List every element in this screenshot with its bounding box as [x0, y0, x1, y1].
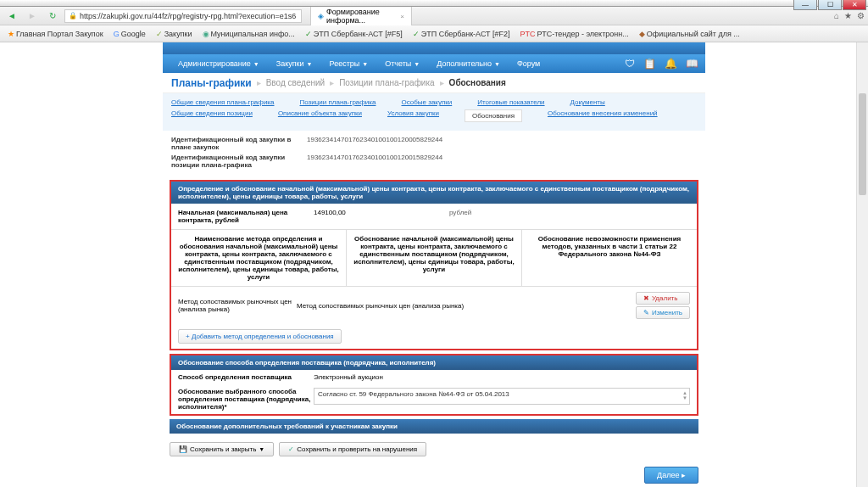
bookmark-item[interactable]: ★Главная Портал Закупок — [3, 29, 108, 39]
price-label: Начальная (максимальная) цена контракта,… — [178, 209, 314, 224]
window-minimize[interactable]: — — [793, 0, 817, 10]
section-header-additional: Обоснование дополнительных требований к … — [170, 419, 698, 434]
bookmark-item[interactable]: ◆Официальный сайт для ... — [635, 29, 744, 39]
main-nav: Администрирование▼ Закупки▼ Реестры▼ Отч… — [163, 54, 705, 73]
add-method-button[interactable]: + Добавить метод определения и обоснован… — [178, 329, 342, 344]
save-check-button[interactable]: ✓Сохранить и проверить на нарушения — [279, 442, 426, 456]
tab-favicon: ◈ — [318, 12, 324, 20]
delete-button[interactable]: ✖Удалить — [636, 292, 690, 305]
nav-forward[interactable]: ► — [24, 9, 41, 23]
spinner-down[interactable]: ▼ — [682, 395, 687, 400]
bookmark-item[interactable]: ✓ЭТП Сбербанк-АСТ [#F5] — [301, 29, 407, 39]
window-maximize[interactable]: ☐ — [818, 0, 842, 10]
book-icon[interactable]: 📖 — [686, 58, 698, 70]
star-icon[interactable]: ★ — [844, 11, 852, 20]
subtab-positions[interactable]: Позиции плана-графика — [300, 98, 376, 106]
check-icon: ✓ — [288, 445, 294, 453]
calendar-icon[interactable]: 📋 — [643, 58, 656, 70]
save-close-button[interactable]: 💾Сохранить и закрыть▼ — [170, 442, 274, 456]
window-close[interactable]: ✕ — [843, 0, 866, 10]
nav-reload[interactable]: ↻ — [44, 9, 61, 23]
price-value: 149100,00 — [314, 209, 449, 224]
bookmarks-bar: ★Главная Портал Закупок GGoogle ✓Закупки… — [0, 25, 868, 42]
section-header-supplier: Обоснование способа определения поставщи… — [171, 355, 697, 370]
browser-toolbar: ◄ ► ↻ 🔒 https://zakupki.gov.ru/44fz/rpg/… — [0, 7, 868, 25]
subtab-documents[interactable]: Документы — [570, 98, 605, 106]
subtab-object-desc[interactable]: Описание объекта закупки — [278, 109, 362, 122]
bookmark-item[interactable]: PTCРТС-тендер - электронн... — [516, 29, 633, 39]
url-bar[interactable]: 🔒 https://zakupki.gov.ru/44fz/rpg/regist… — [64, 9, 302, 23]
col-head-justification: Обоснование начальной (максимальной) цен… — [347, 230, 522, 286]
x-icon: ✖ — [643, 294, 649, 302]
method-desc: Метод сопоставимых рыночных цен (анализа… — [297, 302, 636, 310]
nav-registers[interactable]: Реестры▼ — [321, 54, 377, 73]
info-label-plan-code: Идентификационный код закупки в плане за… — [171, 136, 307, 151]
url-text: https://zakupki.gov.ru/44fz/rpg/registry… — [80, 12, 296, 20]
subtab-special[interactable]: Особые закупки — [401, 98, 452, 106]
supplier-method-value: Электронный аукцион — [314, 373, 383, 381]
supplier-justification-panel: Обоснование способа определения поставщи… — [170, 354, 698, 416]
pencil-icon: ✎ — [643, 309, 649, 316]
info-value-position-code: 193623414701762340100100120015829244 — [307, 154, 442, 169]
subtab-totals[interactable]: Итоговые показатели — [477, 98, 544, 106]
supplier-justification-label: Обоснование выбранного способа определен… — [178, 388, 314, 411]
bell-icon[interactable]: 🔔 — [665, 58, 677, 70]
nav-forum[interactable]: Форум — [509, 54, 548, 73]
bookmark-item[interactable]: ✓ЭТП Сбербанк-АСТ [#F2] — [409, 29, 515, 39]
subtab-change-just[interactable]: Обоснование внесения изменений — [548, 109, 658, 122]
plus-icon: + — [186, 333, 190, 340]
sub-tabs: Общие сведения плана-графика Позиции пла… — [163, 93, 705, 131]
subtab-justifications-active[interactable]: Обоснования — [465, 109, 522, 122]
bookmark-item[interactable]: ◉Муниципальная инфо... — [198, 29, 299, 39]
breadcrumb-item[interactable]: Ввод сведений — [266, 78, 325, 87]
nav-reports[interactable]: Отчеты▼ — [376, 54, 428, 73]
col-head-method: Наименование метода определения и обосно… — [171, 230, 347, 286]
lock-icon: 🔒 — [69, 12, 77, 20]
price-justification-panel: Определение и обоснование начальной (мак… — [170, 180, 698, 350]
shield-icon[interactable]: 🛡 — [625, 58, 635, 70]
nav-purchases[interactable]: Закупки▼ — [268, 54, 321, 73]
info-value-plan-code: 193623414701762340100100120005829244 — [307, 136, 442, 151]
next-button[interactable]: Далее ▸ — [644, 467, 698, 484]
gear-icon[interactable]: ⚙ — [857, 11, 865, 20]
breadcrumb-active: Обоснования — [449, 78, 506, 87]
nav-additional[interactable]: Дополнительно▼ — [428, 54, 509, 73]
edit-button[interactable]: ✎Изменить — [636, 306, 690, 319]
breadcrumb-item[interactable]: Позиции плана-графика — [339, 78, 434, 87]
info-label-position-code: Идентификационный код закупки позиции пл… — [171, 154, 307, 169]
tab-close[interactable]: × — [400, 13, 404, 20]
subtab-general-plan[interactable]: Общие сведения плана-графика — [171, 98, 275, 106]
disk-icon: 💾 — [179, 445, 187, 453]
price-currency: рублей — [449, 209, 471, 224]
scroll-thumb[interactable] — [859, 93, 866, 195]
supplier-justification-input[interactable]: Согласно ст. 59 Федерального закона №44-… — [314, 388, 690, 405]
next-bar: Далее ▸ — [163, 462, 705, 487]
home-icon[interactable]: ⌂ — [834, 11, 839, 20]
method-name: Метод сопоставимых рыночных цен (анализа… — [178, 298, 297, 313]
top-strip — [163, 42, 705, 54]
breadcrumb: Планы-графики ▸ Ввод сведений ▸ Позиции … — [163, 73, 705, 93]
nav-back[interactable]: ◄ — [3, 9, 20, 23]
nav-admin[interactable]: Администрирование▼ — [170, 54, 268, 73]
breadcrumb-root[interactable]: Планы-графики — [171, 77, 252, 89]
section-header-price: Определение и обоснование начальной (мак… — [171, 182, 697, 204]
subtab-general-pos[interactable]: Общие сведения позиции — [171, 109, 253, 122]
info-section: Идентификационный код закупки в плане за… — [163, 131, 705, 176]
browser-tab[interactable]: ◈ Формирование информа... × — [310, 5, 412, 26]
tab-title: Формирование информа... — [326, 8, 398, 25]
supplier-method-label: Способ определения поставщика — [178, 373, 314, 381]
subtab-conditions[interactable]: Условия закупки — [387, 109, 439, 122]
save-bar: 💾Сохранить и закрыть▼ ✓Сохранить и прове… — [163, 437, 705, 462]
content-area: Администрирование▼ Закупки▼ Реестры▼ Отч… — [0, 42, 868, 487]
bookmark-item[interactable]: GGoogle — [109, 29, 150, 39]
scrollbar-vertical[interactable] — [856, 42, 868, 487]
col-head-impossibility: Обоснование невозможности применения мет… — [522, 230, 697, 286]
bookmark-item[interactable]: ✓Закупки — [152, 29, 197, 39]
window-titlebar: — ☐ ✕ — [0, 0, 868, 7]
